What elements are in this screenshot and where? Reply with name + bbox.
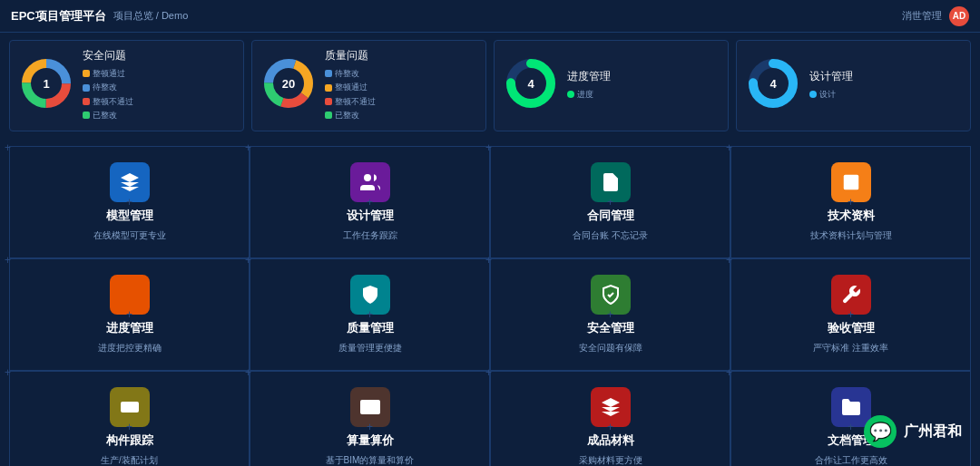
cell-title-9: 算量算价 [347, 432, 394, 449]
header: EPC项目管理平台 项目总览 / Demo 消世管理 AD [0, 0, 980, 33]
legend-item: 已整改 [83, 109, 133, 121]
stat-card-progress: 4进度管理进度 [494, 40, 729, 131]
legend-item: 已整改 [325, 109, 376, 121]
main-grid: 模型管理在线模型可更专业设计管理工作任务跟踪合同管理合同台账 不忘记录技术资料技… [0, 139, 980, 466]
cell-subtitle-9: 基于BIM的算量和算价 [326, 454, 415, 466]
svg-text:1: 1 [43, 77, 49, 91]
wechat-icon: 💬 [864, 415, 897, 448]
grid-cell-4[interactable]: 进度管理进度把控更精确 [9, 258, 250, 371]
cell-title-3: 技术资料 [828, 208, 875, 224]
header-right: 消世管理 AD [902, 6, 969, 26]
svg-text:20: 20 [282, 77, 295, 91]
grid-cell-10[interactable]: 成品材料采购材料更方便 [490, 371, 730, 466]
ring-progress: 4 [504, 56, 558, 114]
grid-cell-5[interactable]: 质量管理质量管理更便捷 [250, 258, 490, 371]
stat-title-design: 设计管理 [809, 69, 853, 84]
cell-title-5: 质量管理 [347, 320, 394, 336]
cell-icon-4 [110, 275, 150, 315]
svg-text:4: 4 [769, 77, 777, 91]
ring-design: 4 [746, 56, 800, 114]
watermark: 💬 广州君和 [864, 415, 962, 448]
cell-subtitle-6: 安全问题有保障 [579, 342, 642, 354]
stat-title-progress: 进度管理 [567, 69, 611, 84]
grid-cell-7[interactable]: 验收管理严守标准 注重效率 [730, 258, 971, 371]
stat-content-design: 设计管理设计 [809, 69, 853, 102]
grid-cell-0[interactable]: 模型管理在线模型可更专业 [9, 146, 250, 258]
grid-cell-9[interactable]: 算量算价基于BIM的算量和算价 [250, 371, 490, 466]
cell-title-4: 进度管理 [106, 320, 153, 336]
cell-title-10: 成品材料 [587, 432, 634, 449]
stats-row: 1安全问题整顿通过待整改整顿不通过已整改20质量问题待整改整顿通过整顿不通过已整… [0, 33, 980, 139]
legend-item: 待整改 [325, 67, 376, 80]
legend-item: 整顿不通过 [83, 95, 133, 108]
stat-title-quality: 质量问题 [325, 48, 376, 63]
grid-cell-1[interactable]: 设计管理工作任务跟踪 [250, 146, 490, 258]
stat-card-safety: 1安全问题整顿通过待整改整顿不通过已整改 [9, 40, 244, 131]
grid-cell-8[interactable]: 构件跟踪生产/装配计划 [9, 371, 250, 466]
cell-icon-10 [591, 387, 631, 427]
cell-icon-2 [591, 162, 631, 202]
svg-text:4: 4 [527, 77, 534, 91]
header-left: EPC项目管理平台 项目总览 / Demo [11, 8, 188, 24]
svg-point-18 [364, 174, 371, 181]
legend-item: 整顿通过 [325, 81, 376, 93]
cell-title-6: 安全管理 [587, 320, 634, 336]
cell-subtitle-4: 进度把控更精确 [98, 342, 162, 354]
stat-card-design: 4设计管理设计 [736, 40, 971, 131]
legend-item: 待整改 [83, 81, 133, 93]
legend-safety: 整顿通过待整改整顿不通过已整改 [83, 67, 133, 123]
grid-cell-2[interactable]: 合同管理合同台账 不忘记录 [490, 146, 730, 258]
cell-subtitle-1: 工作任务跟踪 [343, 229, 397, 242]
grid-cell-6[interactable]: 安全管理安全问题有保障 [490, 258, 730, 371]
stat-content-safety: 安全问题整顿通过待整改整顿不通过已整改 [83, 48, 133, 123]
cell-subtitle-10: 采购材料更方便 [579, 454, 642, 466]
cell-subtitle-5: 质量管理更便捷 [338, 342, 402, 354]
cell-icon-9 [350, 387, 390, 427]
legend-item: 整顿不通过 [325, 95, 376, 108]
legend-progress: 进度 [567, 88, 611, 101]
legend-quality: 待整改整顿通过整顿不通过已整改 [325, 67, 376, 123]
cell-title-8: 构件跟踪 [106, 432, 153, 449]
cell-title-7: 验收管理 [828, 320, 875, 336]
cell-subtitle-7: 严守标准 注重效率 [813, 342, 888, 354]
cell-subtitle-8: 生产/装配计划 [101, 454, 158, 466]
svg-rect-29 [360, 400, 380, 414]
cell-subtitle-3: 技术资料计划与管理 [810, 229, 892, 242]
cell-subtitle-0: 在线模型可更专业 [93, 229, 166, 242]
cell-title-0: 模型管理 [106, 208, 153, 224]
cell-icon-0 [110, 162, 150, 202]
donut-safety: 1 [19, 56, 74, 114]
avatar[interactable]: AD [949, 6, 969, 26]
stat-card-quality: 20质量问题待整改整顿通过整顿不通过已整改 [251, 40, 486, 131]
grid-cell-3[interactable]: 技术资料技术资料计划与管理 [730, 146, 971, 258]
app-logo: EPC项目管理平台 [11, 8, 106, 24]
donut-quality: 20 [261, 56, 316, 114]
cell-icon-3 [831, 162, 871, 202]
cell-icon-7 [831, 275, 871, 315]
watermark-text: 广州君和 [904, 422, 962, 442]
cell-icon-6 [591, 275, 631, 315]
cell-icon-5 [350, 275, 390, 315]
stat-content-progress: 进度管理进度 [567, 69, 611, 102]
stat-title-safety: 安全问题 [83, 48, 133, 63]
cell-subtitle-11: 合作让工作更高效 [815, 454, 887, 466]
cell-icon-1 [350, 162, 390, 202]
cell-icon-8 [110, 387, 150, 427]
breadcrumb: 项目总览 / Demo [113, 9, 189, 23]
username: 消世管理 [902, 9, 942, 23]
legend-item: 整顿通过 [83, 67, 133, 80]
cell-title-1: 设计管理 [347, 208, 394, 224]
stat-content-quality: 质量问题待整改整顿通过整顿不通过已整改 [325, 48, 376, 123]
cell-subtitle-2: 合同台账 不忘记录 [573, 229, 648, 242]
svg-rect-21 [843, 174, 858, 189]
legend-design: 设计 [809, 88, 853, 101]
cell-title-2: 合同管理 [587, 208, 634, 224]
